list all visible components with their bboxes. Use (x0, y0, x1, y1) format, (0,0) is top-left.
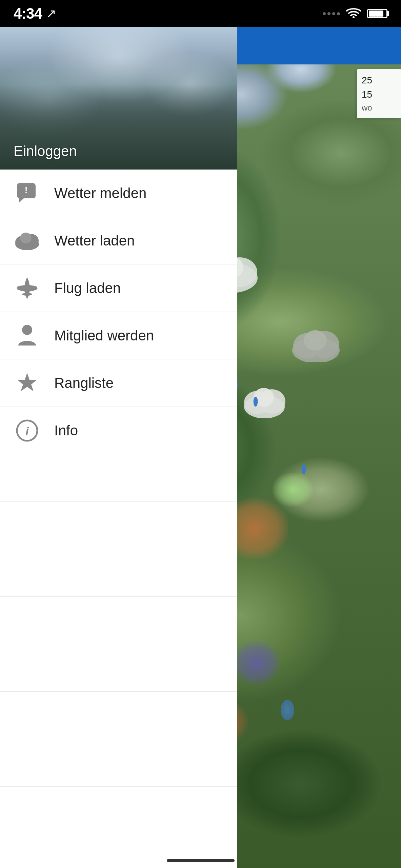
info-label: Info (54, 422, 78, 439)
svg-text:!: ! (25, 185, 28, 195)
svg-point-13 (304, 330, 327, 351)
info-card-line1: 25 (362, 73, 396, 87)
home-indicator (167, 859, 235, 862)
rain-drop-5 (302, 465, 306, 474)
sidebar-item-wetter-laden[interactable]: Wetter laden (0, 217, 237, 264)
empty-row-6 (0, 692, 237, 739)
svg-point-28 (20, 233, 32, 243)
wifi-icon (346, 7, 361, 20)
info-circle-icon: i (14, 417, 41, 444)
map-cloud-3 (289, 321, 343, 362)
map-cloud-4 (241, 380, 288, 418)
sidebar-item-flug-laden[interactable]: Flug laden (0, 264, 237, 312)
empty-row-7 (0, 739, 237, 787)
sidebar-drawer: Einloggen ! Wetter melden (0, 27, 237, 868)
rangliste-label: Rangliste (54, 375, 114, 391)
water-body-3 (281, 700, 294, 720)
status-time: 4:34 (14, 5, 42, 22)
empty-row-3 (0, 549, 237, 597)
svg-point-33 (22, 325, 32, 335)
info-card-line2: 15 (362, 87, 396, 102)
empty-row-5 (0, 644, 237, 692)
menu-list: ! Wetter melden Wetter laden (0, 170, 237, 868)
cloud-icon (14, 227, 41, 254)
person-icon (14, 322, 41, 349)
wetter-laden-label: Wetter laden (54, 233, 135, 249)
sidebar-item-rangliste[interactable]: Rangliste (0, 359, 237, 407)
sidebar-item-wetter-melden[interactable]: ! Wetter melden (0, 170, 237, 217)
sidebar-item-mitglied-werden[interactable]: Mitglied werden (0, 312, 237, 359)
status-icons (323, 7, 387, 20)
empty-row-1 (0, 454, 237, 502)
svg-text:i: i (25, 425, 29, 438)
svg-marker-23 (19, 198, 24, 203)
empty-row-2 (0, 502, 237, 549)
location-arrow-icon: ↗ (46, 6, 56, 21)
login-label[interactable]: Einloggen (14, 143, 77, 159)
flug-laden-label: Flug laden (54, 280, 121, 296)
map-info-card: 25 15 wo (357, 69, 401, 118)
sidebar-item-info[interactable]: i Info (0, 407, 237, 454)
empty-row-4 (0, 597, 237, 644)
svg-point-0 (353, 16, 355, 18)
mitglied-werden-label: Mitglied werden (54, 328, 154, 344)
sidebar-hero-image: Einloggen (0, 27, 237, 170)
chat-exclaim-icon: ! (14, 180, 41, 207)
star-icon (14, 370, 41, 397)
signal-strength-icon (323, 12, 340, 15)
status-bar: 4:34 ↗ (0, 0, 401, 27)
wetter-melden-label: Wetter melden (54, 185, 146, 201)
info-card-line3: wo (362, 102, 396, 114)
battery-icon (367, 9, 387, 18)
svg-point-32 (22, 293, 32, 296)
plane-icon (14, 275, 41, 302)
svg-point-31 (17, 285, 37, 290)
